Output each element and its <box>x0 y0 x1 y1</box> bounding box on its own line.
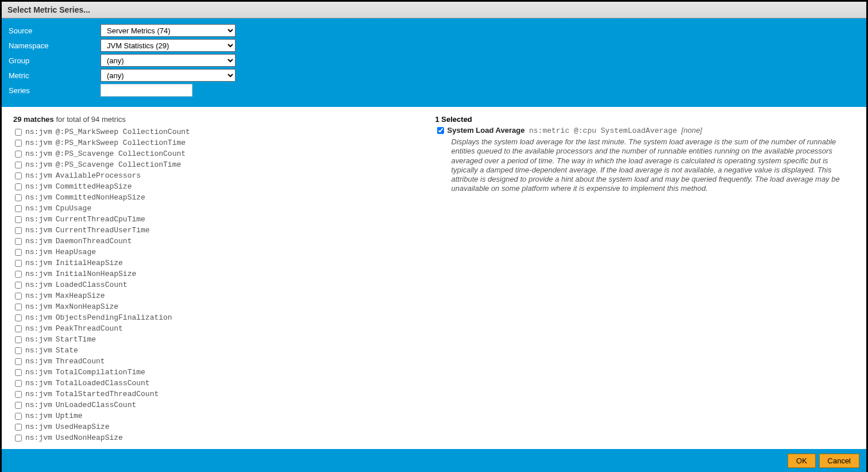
metric-name: @:PS_Scavenge CollectionCount <box>56 149 186 158</box>
metric-row[interactable]: ns:jvmThreadCount <box>13 356 433 367</box>
metric-checkbox[interactable] <box>15 282 22 289</box>
metric-name: DaemonThreadCount <box>56 237 132 245</box>
metric-name: ObjectsPendingFinalization <box>56 313 172 322</box>
metric-checkbox[interactable] <box>15 435 22 442</box>
cancel-button[interactable]: Cancel <box>819 454 859 468</box>
metric-row[interactable]: ns:jvmInitialNonHeapSize <box>13 268 433 279</box>
selected-item-checkbox[interactable] <box>437 127 444 134</box>
metric-namespace: ns:jvm <box>25 302 52 311</box>
metric-checkbox[interactable] <box>15 293 22 300</box>
metric-checkbox[interactable] <box>15 129 22 136</box>
metric-namespace: ns:jvm <box>25 259 52 267</box>
metric-name: InitialHeapSize <box>56 259 123 267</box>
metric-name: TotalStartedThreadCount <box>56 390 159 398</box>
metric-row[interactable]: ns:jvmUsedNonHeapSize <box>13 432 433 443</box>
metric-row[interactable]: ns:jvmUnLoadedClassCount <box>13 400 433 410</box>
metric-checkbox[interactable] <box>15 347 22 354</box>
metric-checkbox[interactable] <box>15 162 22 168</box>
metric-checkbox[interactable] <box>15 227 22 234</box>
metric-row[interactable]: ns:jvmCurrentThreadCpuTime <box>13 214 433 225</box>
metric-name: Uptime <box>56 412 83 420</box>
metric-name: ThreadCount <box>56 357 105 366</box>
metric-list: ns:jvm@:PS_MarkSweep CollectionCountns:j… <box>13 126 433 443</box>
metric-select[interactable]: (any) <box>101 69 236 82</box>
metric-name: CurrentThreadCpuTime <box>56 215 145 224</box>
metric-name: HeapUsage <box>56 248 96 256</box>
metric-row[interactable]: ns:jvmLoadedClassCount <box>13 279 433 290</box>
metric-checkbox[interactable] <box>15 391 22 398</box>
metric-row[interactable]: ns:jvmObjectsPendingFinalization <box>13 312 433 323</box>
metric-checkbox[interactable] <box>15 336 22 343</box>
metric-name: LoadedClassCount <box>56 281 128 289</box>
metric-row[interactable]: ns:jvmCpuUsage <box>13 203 433 214</box>
source-select[interactable]: Server Metrics (74) <box>101 24 236 37</box>
metric-checkbox[interactable] <box>15 413 22 420</box>
metric-checkbox[interactable] <box>15 183 22 190</box>
metric-row[interactable]: ns:jvmState <box>13 345 433 356</box>
dialog-title: Select Metric Series... <box>2 2 866 18</box>
metric-checkbox[interactable] <box>15 249 22 256</box>
metric-name: CurrentThreadUserTime <box>56 226 150 235</box>
metric-checkbox[interactable] <box>15 304 22 310</box>
metric-namespace: ns:jvm <box>25 379 52 387</box>
metric-checkbox[interactable] <box>15 238 22 245</box>
metric-checkbox[interactable] <box>15 380 22 387</box>
ok-button[interactable]: OK <box>788 454 816 468</box>
metric-row[interactable]: ns:jvmHeapUsage <box>13 247 433 258</box>
metric-row[interactable]: ns:jvmMaxNonHeapSize <box>13 301 433 312</box>
metric-checkbox[interactable] <box>15 314 22 321</box>
metric-row[interactable]: ns:jvmTotalCompilationTime <box>13 367 433 378</box>
metric-row[interactable]: ns:jvmCommittedHeapSize <box>13 181 433 192</box>
group-select[interactable]: (any) <box>101 54 236 67</box>
metric-checkbox[interactable] <box>15 402 22 409</box>
metric-namespace: ns:jvm <box>25 248 52 256</box>
dialog-footer: OK Cancel <box>2 449 866 472</box>
matches-count: 29 matches <box>13 115 54 124</box>
metric-row[interactable]: ns:jvmAvailableProcessors <box>13 170 433 181</box>
metric-namespace: ns:jvm <box>25 182 52 191</box>
matches-total: for total of 94 metrics <box>54 115 126 124</box>
metric-checkbox[interactable] <box>15 424 22 431</box>
metric-row[interactable]: ns:jvmTotalStartedThreadCount <box>13 389 433 400</box>
metric-name: CommittedNonHeapSize <box>56 193 145 202</box>
metric-namespace: ns:jvm <box>25 193 52 202</box>
metric-row[interactable]: ns:jvmUptime <box>13 410 433 421</box>
metric-checkbox[interactable] <box>15 140 22 147</box>
series-input[interactable] <box>101 84 192 97</box>
metric-checkbox[interactable] <box>15 205 22 212</box>
metric-checkbox[interactable] <box>15 358 22 365</box>
metric-row[interactable]: ns:jvmCommittedNonHeapSize <box>13 192 433 203</box>
metric-name: CpuUsage <box>56 204 91 213</box>
metric-row[interactable]: ns:jvmPeakThreadCount <box>13 323 433 334</box>
metric-namespace: ns:jvm <box>25 226 52 235</box>
metric-namespace: ns:jvm <box>25 412 52 420</box>
metric-row[interactable]: ns:jvm@:PS_Scavenge CollectionCount <box>13 148 433 159</box>
metric-row[interactable]: ns:jvmCurrentThreadUserTime <box>13 225 433 236</box>
metric-name: PeakThreadCount <box>56 324 123 333</box>
metric-row[interactable]: ns:jvmStartTime <box>13 334 433 345</box>
metric-row[interactable]: ns:jvm@:PS_Scavenge CollectionTime <box>13 159 433 170</box>
metric-row[interactable]: ns:jvmMaxHeapSize <box>13 290 433 301</box>
selected-item: System Load Average ns:metric @:cpu Syst… <box>435 126 855 135</box>
metric-namespace: ns:jvm <box>25 324 52 333</box>
metric-namespace: ns:jvm <box>25 270 52 278</box>
metric-namespace: ns:jvm <box>25 128 52 136</box>
metric-checkbox[interactable] <box>15 271 22 278</box>
source-label: Source <box>9 26 101 35</box>
metric-row[interactable]: ns:jvmTotalLoadedClassCount <box>13 378 433 389</box>
metric-row[interactable]: ns:jvm@:PS_MarkSweep CollectionTime <box>13 137 433 148</box>
metric-checkbox[interactable] <box>15 260 22 267</box>
metric-row[interactable]: ns:jvmDaemonThreadCount <box>13 236 433 247</box>
metric-checkbox[interactable] <box>15 216 22 223</box>
metric-checkbox[interactable] <box>15 151 22 158</box>
metric-row[interactable]: ns:jvmInitialHeapSize <box>13 258 433 268</box>
selected-item-description: Displays the system load average for the… <box>435 137 855 194</box>
metric-row[interactable]: ns:jvm@:PS_MarkSweep CollectionCount <box>13 126 433 137</box>
filter-form: Source Server Metrics (74) Namespace JVM… <box>2 18 866 107</box>
namespace-select[interactable]: JVM Statistics (29) <box>101 39 236 52</box>
metric-checkbox[interactable] <box>15 369 22 376</box>
metric-row[interactable]: ns:jvmUsedHeapSize <box>13 421 433 432</box>
metric-checkbox[interactable] <box>15 172 22 179</box>
metric-checkbox[interactable] <box>15 194 22 201</box>
metric-checkbox[interactable] <box>15 325 22 332</box>
